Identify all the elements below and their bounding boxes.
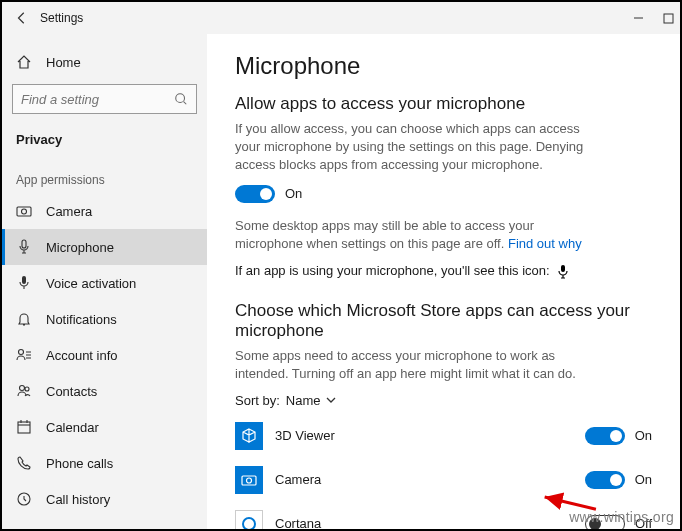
sidebar-item-label: Phone calls	[46, 456, 113, 471]
minimize-button[interactable]	[632, 12, 644, 24]
svg-rect-11	[18, 422, 30, 433]
svg-rect-6	[22, 240, 26, 248]
svg-rect-1	[664, 14, 673, 23]
window-controls	[632, 2, 674, 34]
app-row-camera: Camera On	[235, 458, 652, 502]
contacts-icon	[16, 383, 32, 399]
master-toggle[interactable]	[235, 185, 275, 203]
svg-point-19	[247, 478, 252, 483]
svg-point-9	[20, 386, 25, 391]
desktop-note: Some desktop apps may still be able to a…	[235, 217, 595, 253]
search-box[interactable]	[12, 84, 197, 114]
app-row-3d-viewer: 3D Viewer On	[235, 414, 652, 458]
home-icon	[16, 54, 32, 70]
sort-value: Name	[286, 393, 321, 408]
sidebar-item-contacts[interactable]: Contacts	[2, 373, 207, 409]
svg-rect-4	[17, 207, 31, 216]
sort-label: Sort by:	[235, 393, 280, 408]
sidebar-item-camera[interactable]: Camera	[2, 193, 207, 229]
svg-rect-17	[561, 265, 565, 272]
sidebar-subheading: App permissions	[2, 157, 207, 193]
back-button[interactable]	[10, 6, 34, 30]
app-tile-icon	[235, 510, 263, 529]
account-icon	[16, 347, 32, 363]
phone-icon	[16, 455, 32, 471]
sidebar-item-label: Camera	[46, 204, 92, 219]
chevron-down-icon	[326, 395, 336, 405]
sidebar-item-label: Voice activation	[46, 276, 136, 291]
sidebar-item-microphone[interactable]: Microphone	[2, 229, 207, 265]
svg-point-2	[176, 94, 185, 103]
microphone-indicator-icon	[557, 265, 569, 279]
app-tile-icon	[235, 466, 263, 494]
app-toggle-label: On	[635, 472, 652, 487]
sort-row[interactable]: Sort by: Name	[235, 393, 652, 408]
svg-point-5	[22, 209, 27, 214]
app-toggle[interactable]	[585, 471, 625, 489]
inuse-note: If an app is using your microphone, you'…	[235, 263, 652, 279]
sidebar-item-label: Microphone	[46, 240, 114, 255]
svg-rect-18	[242, 476, 256, 485]
app-toggle[interactable]	[585, 427, 625, 445]
app-name: 3D Viewer	[275, 428, 573, 443]
svg-line-3	[184, 102, 187, 105]
sidebar-item-notifications[interactable]: Notifications	[2, 301, 207, 337]
sidebar-item-label: Contacts	[46, 384, 97, 399]
sidebar-item-phone-calls[interactable]: Phone calls	[2, 445, 207, 481]
find-out-why-link[interactable]: Find out why	[508, 236, 582, 251]
sidebar-item-label: Call history	[46, 492, 110, 507]
sidebar-item-label: Email	[46, 528, 79, 530]
sidebar-item-call-history[interactable]: Call history	[2, 481, 207, 517]
sidebar-item-account-info[interactable]: Account info	[2, 337, 207, 373]
search-icon	[174, 92, 188, 106]
camera-icon	[16, 203, 32, 219]
bell-icon	[16, 311, 32, 327]
svg-rect-7	[22, 276, 26, 284]
app-tile-icon	[235, 422, 263, 450]
history-icon	[16, 491, 32, 507]
workspace: Home Privacy App permissions Camera Micr…	[2, 34, 680, 529]
home-nav[interactable]: Home	[2, 44, 207, 80]
section2-heading: Choose which Microsoft Store apps can ac…	[235, 301, 652, 341]
svg-point-8	[19, 350, 24, 355]
arrow-left-icon	[15, 11, 29, 25]
sidebar-item-label: Calendar	[46, 420, 99, 435]
app-name: Camera	[275, 472, 573, 487]
calendar-icon	[16, 419, 32, 435]
content: Microphone Allow apps to access your mic…	[207, 34, 680, 529]
sidebar-item-calendar[interactable]: Calendar	[2, 409, 207, 445]
section2-body: Some apps need to access your microphone…	[235, 347, 595, 383]
email-icon	[16, 527, 32, 529]
section1-body: If you allow access, you can choose whic…	[235, 120, 595, 175]
app-toggle-label: On	[635, 428, 652, 443]
sidebar-item-voice-activation[interactable]: Voice activation	[2, 265, 207, 301]
svg-point-10	[25, 387, 29, 391]
section1-heading: Allow apps to access your microphone	[235, 94, 652, 114]
voice-icon	[16, 275, 32, 291]
page-title: Microphone	[235, 52, 652, 80]
home-label: Home	[46, 55, 81, 70]
titlebar: Settings	[2, 2, 680, 34]
app-name: Cortana	[275, 516, 573, 529]
sidebar-item-label: Notifications	[46, 312, 117, 327]
microphone-icon	[16, 239, 32, 255]
sidebar: Home Privacy App permissions Camera Micr…	[2, 34, 207, 529]
sidebar-item-email[interactable]: Email	[2, 517, 207, 529]
sidebar-heading: Privacy	[2, 124, 207, 157]
master-toggle-label: On	[285, 186, 302, 201]
svg-point-20	[243, 518, 255, 529]
watermark: www.wintips.org	[569, 509, 674, 525]
search-input[interactable]	[21, 92, 161, 107]
master-toggle-row: On	[235, 185, 652, 203]
maximize-button[interactable]	[662, 12, 674, 24]
sidebar-item-label: Account info	[46, 348, 118, 363]
window-title: Settings	[40, 11, 83, 25]
